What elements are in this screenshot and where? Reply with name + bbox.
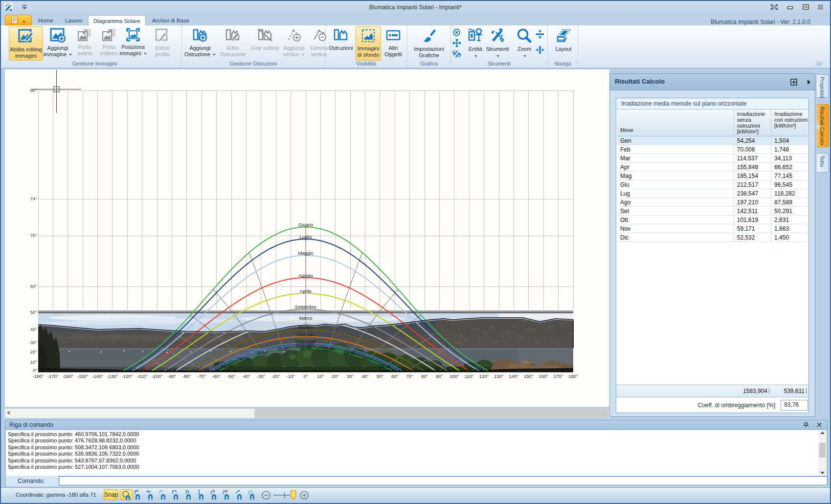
svg-text:09:00: 09:00 <box>238 356 249 361</box>
svg-text:50°: 50° <box>30 309 38 315</box>
svg-text:100°: 100° <box>449 373 459 379</box>
svg-text:12:00: 12:00 <box>300 345 312 350</box>
svg-text:90°: 90° <box>436 373 443 379</box>
svg-text:0°: 0° <box>33 368 37 373</box>
svg-text:15:00: 15:00 <box>362 356 374 361</box>
svg-text:20°: 20° <box>30 349 38 354</box>
svg-text:160°: 160° <box>539 373 548 379</box>
svg-text:170°: 170° <box>554 373 563 379</box>
svg-text:08:00: 08:00 <box>221 363 233 369</box>
svg-text:150°: 150° <box>524 373 534 379</box>
svg-text:-70°: -70° <box>198 373 206 379</box>
svg-text:-140°: -140° <box>92 373 103 379</box>
svg-text:-90°: -90° <box>168 373 177 379</box>
svg-text:120°: 120° <box>479 373 489 379</box>
svg-text:110°: 110° <box>465 373 474 379</box>
svg-text:10:00: 10:00 <box>256 350 268 355</box>
svg-text:0°: 0° <box>303 373 308 379</box>
svg-text:Agosto: Agosto <box>298 273 313 278</box>
svg-text:Giugno: Giugno <box>298 222 314 227</box>
svg-text:-50°: -50° <box>227 373 236 379</box>
svg-text:Aprile: Aprile <box>300 288 312 294</box>
svg-text:18:00: 18:00 <box>433 367 445 373</box>
svg-text:80°: 80° <box>30 88 38 93</box>
svg-text:-80°: -80° <box>182 373 191 379</box>
svg-text:40°: 40° <box>361 373 369 379</box>
svg-text:16:00: 16:00 <box>379 363 390 369</box>
svg-text:74°: 74° <box>30 196 38 201</box>
svg-text:Marzo: Marzo <box>299 315 312 321</box>
svg-text:-110°: -110° <box>137 373 148 379</box>
svg-text:130°: 130° <box>494 373 504 379</box>
svg-text:70°: 70° <box>30 233 38 238</box>
svg-text:05:00: 05:00 <box>134 367 146 373</box>
svg-text:-30°: -30° <box>257 373 266 379</box>
svg-text:80°: 80° <box>421 373 428 379</box>
svg-text:14:00: 14:00 <box>343 350 355 355</box>
svg-text:13:00: 13:00 <box>322 346 334 351</box>
svg-text:60°: 60° <box>391 373 399 379</box>
svg-text:Luglio: Luglio <box>299 234 312 240</box>
svg-text:19:00: 19:00 <box>466 367 477 373</box>
svg-text:-120°: -120° <box>122 373 133 379</box>
svg-text:-60°: -60° <box>212 373 221 379</box>
svg-text:-130°: -130° <box>107 373 118 379</box>
svg-text:180°: 180° <box>568 373 578 379</box>
svg-text:-20°: -20° <box>271 373 280 379</box>
svg-text:10°: 10° <box>30 359 38 365</box>
svg-text:-160°: -160° <box>62 373 73 379</box>
svg-text:-10°: -10° <box>287 373 295 379</box>
svg-text:140°: 140° <box>509 373 519 379</box>
svg-text:20°: 20° <box>332 373 339 379</box>
svg-text:-100°: -100° <box>152 373 163 379</box>
svg-text:Settembre: Settembre <box>295 304 316 309</box>
svg-text:Febbraio: Febbraio <box>296 332 315 337</box>
svg-text:10°: 10° <box>317 373 324 379</box>
svg-text:50°: 50° <box>377 373 384 379</box>
svg-text:06:00: 06:00 <box>166 367 178 373</box>
svg-text:70°: 70° <box>406 373 414 379</box>
svg-text:-40°: -40° <box>242 373 251 379</box>
svg-text:-180°: -180° <box>33 373 44 379</box>
svg-text:30°: 30° <box>347 373 354 379</box>
svg-text:Ottobre: Ottobre <box>298 325 314 330</box>
svg-text:17:00: 17:00 <box>402 367 413 373</box>
svg-text:30°: 30° <box>30 340 38 345</box>
svg-text:60°: 60° <box>30 284 38 289</box>
svg-text:11:00: 11:00 <box>277 346 289 351</box>
svg-text:-170°: -170° <box>47 373 59 379</box>
svg-text:Maggio: Maggio <box>298 250 313 256</box>
svg-text:07:00: 07:00 <box>198 367 210 373</box>
svg-text:-150°: -150° <box>77 373 89 379</box>
svg-text:40°: 40° <box>30 327 38 332</box>
